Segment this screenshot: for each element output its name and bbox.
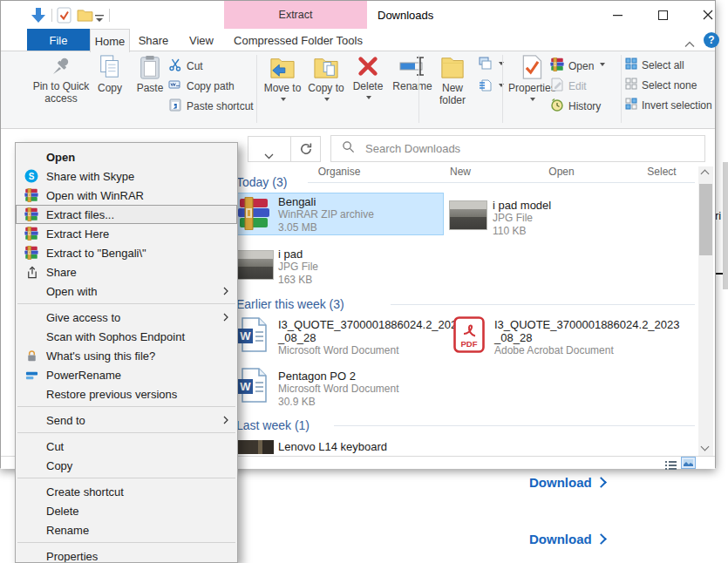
copy-path-icon bbox=[168, 78, 182, 94]
no-icon bbox=[24, 439, 38, 453]
delete-icon bbox=[350, 55, 386, 78]
close-button[interactable] bbox=[689, 1, 727, 29]
history-button[interactable]: History bbox=[550, 98, 601, 114]
download-link[interactable]: Download bbox=[529, 532, 605, 546]
qat-separator bbox=[109, 9, 110, 22]
copy-button[interactable]: Copy bbox=[92, 55, 128, 94]
cut-button[interactable]: Cut bbox=[168, 58, 203, 74]
menu-item-extract-to-bengali[interactable]: Extract to "Bengali\" bbox=[16, 243, 237, 262]
word-file-icon[interactable]: W bbox=[237, 368, 267, 406]
menu-item-whats-using-this-file[interactable]: What's using this file? bbox=[16, 346, 237, 365]
copy-to-label: Copy to bbox=[308, 82, 344, 94]
photo-thumbnail[interactable] bbox=[235, 250, 274, 280]
menu-item-copy[interactable]: Copy bbox=[16, 456, 237, 475]
refresh-button[interactable] bbox=[299, 142, 313, 159]
group-header-lastweek[interactable]: Last week (1) bbox=[236, 418, 310, 432]
tab-view[interactable]: View bbox=[177, 29, 226, 51]
tab-share[interactable]: Share bbox=[130, 29, 177, 51]
menu-item-label: Properties bbox=[46, 550, 98, 563]
qat-properties-button[interactable] bbox=[57, 7, 71, 27]
file-tile-text[interactable]: i pad JPG File 163 KB bbox=[278, 248, 318, 287]
select-all-button[interactable]: Select all bbox=[625, 58, 684, 72]
word-file-icon[interactable]: W bbox=[237, 317, 267, 356]
tab-file[interactable]: File bbox=[27, 29, 90, 51]
menu-item-rename[interactable]: Rename bbox=[16, 520, 237, 539]
photo-thumbnail[interactable] bbox=[235, 440, 274, 454]
address-dropdown-button[interactable] bbox=[264, 147, 274, 163]
menu-item-scan-with-sophos[interactable]: Scan with Sophos Endpoint bbox=[16, 327, 237, 346]
menu-item-label: Share with Skype bbox=[46, 170, 134, 183]
download-link[interactable]: Download bbox=[529, 475, 605, 490]
svg-text:W: W bbox=[240, 380, 251, 393]
tab-home[interactable]: Home bbox=[90, 29, 130, 52]
address-bar[interactable] bbox=[248, 136, 321, 162]
file-size: 110 KB bbox=[493, 225, 551, 238]
search-input[interactable] bbox=[364, 141, 681, 156]
new-folder-button[interactable]: New folder bbox=[430, 55, 475, 106]
qat-customize-button[interactable] bbox=[95, 10, 104, 26]
menu-item-give-access-to[interactable]: Give access to bbox=[16, 308, 237, 327]
no-icon bbox=[24, 485, 38, 499]
help-button[interactable]: ? bbox=[704, 32, 719, 48]
background-page-scrollbar[interactable] bbox=[723, 162, 728, 289]
thumbnail-view-button[interactable] bbox=[682, 458, 695, 468]
file-name[interactable]: Lenovo L14 keyboard bbox=[278, 440, 387, 453]
ribbon-collapse-button[interactable] bbox=[684, 36, 695, 51]
select-all-label: Select all bbox=[642, 59, 684, 71]
file-tile-text[interactable]: I3_QUOTE_3700001886024.2_2023_08_28 Micr… bbox=[278, 318, 468, 357]
select-none-button[interactable]: Select none bbox=[625, 78, 697, 92]
qat-new-folder-button[interactable] bbox=[77, 9, 93, 25]
contextual-tab-header[interactable]: Extract bbox=[224, 1, 367, 29]
scroll-up-button[interactable] bbox=[702, 171, 708, 177]
photo-thumbnail[interactable] bbox=[449, 200, 487, 230]
file-tile-text[interactable]: I3_QUOTE_3700001886024.2_2023_08_28 Adob… bbox=[494, 318, 684, 357]
menu-item-create-shortcut[interactable]: Create shortcut bbox=[16, 482, 237, 501]
menu-item-extract-files[interactable]: Extract files... bbox=[16, 205, 237, 224]
details-view-button[interactable] bbox=[665, 458, 677, 474]
group-header-today[interactable]: Today (3) bbox=[236, 175, 287, 189]
paste-button[interactable]: Paste bbox=[132, 55, 168, 94]
menu-item-share-with-skype[interactable]: S Share with Skype bbox=[16, 166, 237, 186]
copy-path-button[interactable]: Copy path bbox=[168, 78, 235, 94]
address-divider bbox=[290, 137, 291, 161]
file-tile-text[interactable]: i pad model JPG File 110 KB bbox=[493, 199, 551, 238]
menu-item-powerrename[interactable]: PowerRename bbox=[16, 365, 237, 384]
winrar-file-icon[interactable] bbox=[237, 197, 270, 234]
menu-item-extract-here[interactable]: Extract Here bbox=[16, 224, 237, 243]
easy-access-button[interactable] bbox=[479, 78, 504, 95]
menu-item-open-with[interactable]: Open with bbox=[16, 282, 237, 301]
group-header-earlier[interactable]: Earlier this week (3) bbox=[236, 297, 344, 311]
scroll-down-button[interactable] bbox=[702, 444, 708, 450]
properties-button[interactable]: Properties bbox=[508, 55, 555, 106]
menu-item-cut[interactable]: Cut bbox=[16, 437, 237, 456]
tab-compressed-folder-tools[interactable]: Compressed Folder Tools bbox=[229, 29, 367, 51]
search-box[interactable] bbox=[330, 135, 705, 162]
scrollbar-thumb[interactable] bbox=[699, 184, 712, 255]
menu-item-properties[interactable]: Properties bbox=[16, 546, 237, 563]
paste-shortcut-button[interactable]: Paste shortcut bbox=[168, 98, 254, 114]
pdf-file-icon[interactable]: PDF bbox=[453, 316, 485, 356]
menu-item-send-to[interactable]: Send to bbox=[16, 410, 237, 430]
select-all-icon bbox=[625, 58, 637, 72]
menu-item-open[interactable]: Open bbox=[16, 147, 237, 166]
file-tile-text[interactable]: Pentagon PO 2 Microsoft Word Document 30… bbox=[278, 370, 399, 409]
downloads-folder-icon[interactable] bbox=[30, 7, 47, 28]
scrollbar[interactable] bbox=[698, 166, 713, 457]
move-to-button[interactable]: Move to bbox=[262, 55, 303, 106]
menu-item-open-with-winrar[interactable]: Open with WinRAR bbox=[16, 186, 237, 205]
minimize-button[interactable] bbox=[598, 1, 636, 29]
menu-item-share[interactable]: Share bbox=[16, 262, 237, 282]
copy-to-button[interactable]: Copy to bbox=[306, 55, 346, 106]
menu-item-restore-previous-versions[interactable]: Restore previous versions bbox=[16, 384, 237, 404]
tab-compressed-folder-tools-label: Compressed Folder Tools bbox=[234, 34, 363, 47]
maximize-button[interactable] bbox=[643, 1, 682, 29]
pin-to-quick-access-button[interactable]: Pin to Quick access bbox=[32, 55, 90, 105]
open-button[interactable]: Open bbox=[550, 58, 605, 74]
new-item-button[interactable] bbox=[479, 57, 504, 73]
file-type: WinRAR ZIP archive bbox=[278, 208, 374, 221]
delete-button[interactable]: Delete bbox=[350, 55, 386, 105]
invert-selection-button[interactable]: Invert selection bbox=[625, 98, 712, 112]
winrar-icon bbox=[24, 227, 38, 241]
file-tile-text[interactable]: Bengali WinRAR ZIP archive 3.05 MB bbox=[278, 195, 374, 234]
menu-item-delete[interactable]: Delete bbox=[16, 501, 237, 520]
